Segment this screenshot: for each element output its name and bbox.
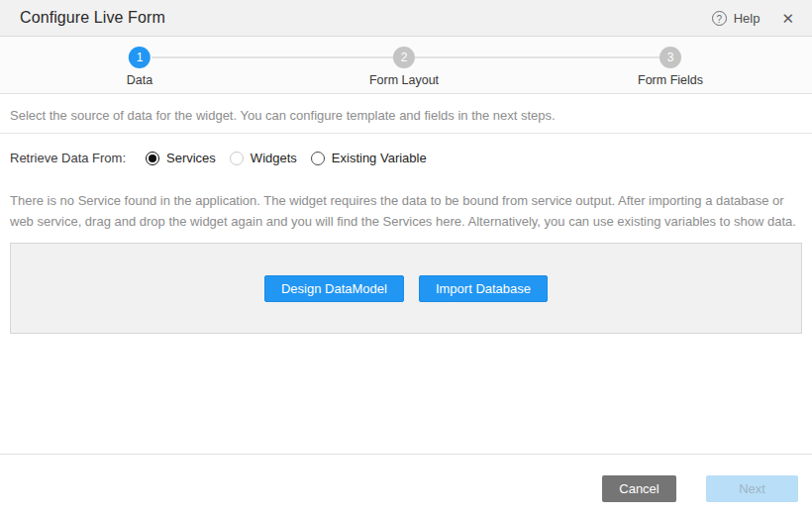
service-empty-panel: Design DataModel Import Database (10, 243, 802, 334)
step-data[interactable]: 1 Data (127, 47, 152, 87)
wizard-stepper: 1 Data 2 Form Layout 3 Form Fields (0, 37, 812, 94)
radio-widgets[interactable]: Widgets (230, 151, 297, 165)
retrieve-data-label: Retrieve Data From: (10, 151, 146, 165)
radio-icon (311, 152, 325, 165)
dialog-header: Configure Live Form ? Help ✕ (0, 0, 812, 37)
step-form-fields[interactable]: 3 Form Fields (638, 47, 703, 87)
close-icon[interactable]: ✕ (781, 11, 794, 26)
retrieve-data-row: Retrieve Data From: Services Widgets Exi… (0, 134, 812, 165)
no-service-message: There is no Service found in the applica… (10, 190, 802, 232)
radio-label: Services (166, 151, 216, 165)
dialog-footer: Cancel Next (0, 454, 812, 516)
cancel-button[interactable]: Cancel (602, 475, 676, 502)
radio-icon (230, 152, 244, 165)
step-label: Data (127, 73, 152, 87)
step-connector (152, 56, 393, 58)
import-database-button[interactable]: Import Database (419, 275, 548, 302)
help-link[interactable]: Help (734, 11, 761, 26)
step-connector (415, 56, 660, 58)
step-form-layout[interactable]: 2 Form Layout (369, 47, 439, 87)
radio-label: Existing Variable (332, 151, 427, 165)
radio-icon (146, 152, 159, 165)
step-label: Form Fields (638, 73, 703, 87)
next-button[interactable]: Next (706, 475, 798, 502)
step-label: Form Layout (369, 73, 439, 87)
radio-existing-variable[interactable]: Existing Variable (311, 151, 427, 165)
step-number-badge: 1 (129, 47, 151, 68)
header-actions: ? Help ✕ (712, 11, 794, 26)
radio-label: Widgets (251, 151, 297, 165)
design-datamodel-button[interactable]: Design DataModel (264, 275, 404, 302)
dialog-title: Configure Live Form (20, 9, 165, 27)
help-icon[interactable]: ? (712, 11, 727, 26)
radio-services[interactable]: Services (146, 151, 216, 165)
step-number-badge: 3 (660, 47, 681, 68)
intro-text: Select the source of data for the widget… (0, 94, 812, 134)
step-number-badge: 2 (393, 47, 415, 68)
